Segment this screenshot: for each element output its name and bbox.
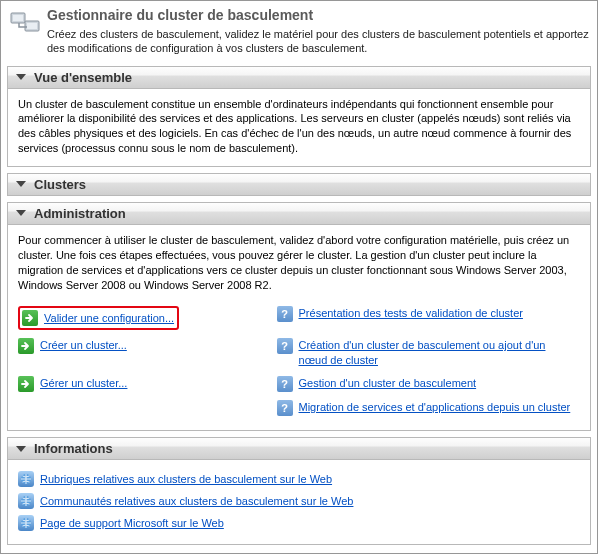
svg-rect-2 [13,15,23,21]
info-panel: Informations Rubriques relatives aux clu… [7,437,591,545]
web-communities-link[interactable]: Communautés relatives aux clusters de ba… [40,494,353,509]
list-item: Page de support Microsoft sur le Web [18,512,580,534]
overview-text: Un cluster de basculement constitue un e… [18,98,571,155]
globe-icon [18,493,34,509]
validate-config-link[interactable]: Valider une configuration... [44,311,174,326]
ms-support-link[interactable]: Page de support Microsoft sur le Web [40,516,224,531]
arrow-icon [22,310,38,326]
overview-panel: Vue d'ensemble Un cluster de basculement… [7,66,591,167]
validate-config-highlight: Valider une configuration... [18,306,179,330]
arrow-icon [18,376,34,392]
help-icon: ? [277,376,293,392]
info-body: Rubriques relatives aux clusters de basc… [8,460,590,544]
chevron-down-icon [16,181,26,187]
chevron-down-icon [16,446,26,452]
chevron-down-icon [16,210,26,216]
overview-panel-header[interactable]: Vue d'ensemble [8,67,590,89]
help-icon: ? [277,338,293,354]
window-root: Gestionnaire du cluster de basculement C… [0,0,598,554]
overview-body: Un cluster de basculement constitue un e… [8,89,590,166]
admin-panel: Administration Pour commencer à utiliser… [7,202,591,431]
web-topics-link[interactable]: Rubriques relatives aux clusters de basc… [40,472,332,487]
info-panel-header[interactable]: Informations [8,438,590,460]
info-heading: Informations [34,441,113,456]
manage-cluster-link[interactable]: Gérer un cluster... [40,376,127,391]
manage-cluster-help-link[interactable]: Gestion d'un cluster de basculement [299,376,477,391]
admin-intro: Pour commencer à utiliser le cluster de … [18,233,580,292]
help-icon: ? [277,306,293,322]
list-item: Rubriques relatives aux clusters de basc… [18,468,580,490]
chevron-down-icon [16,74,26,80]
header-area: Gestionnaire du cluster de basculement C… [1,1,597,62]
admin-body: Pour commencer à utiliser le cluster de … [8,225,590,430]
admin-panel-header[interactable]: Administration [8,203,590,225]
globe-icon [18,515,34,531]
clusters-panel-header[interactable]: Clusters [8,174,590,195]
clusters-panel: Clusters [7,173,591,196]
validation-tests-help-link[interactable]: Présentation des tests de validation de … [299,306,523,321]
cluster-manager-icon [9,7,41,39]
create-cluster-help-link[interactable]: Création d'un cluster de basculement ou … [299,338,576,368]
list-item: Communautés relatives aux clusters de ba… [18,490,580,512]
info-links-list: Rubriques relatives aux clusters de basc… [18,468,580,534]
admin-links-table: Valider une configuration... ? Présentat… [18,302,580,420]
clusters-heading: Clusters [34,177,86,192]
page-subtitle: Créez des clusters de basculement, valid… [47,27,589,56]
arrow-icon [18,338,34,354]
create-cluster-link[interactable]: Créer un cluster... [40,338,127,353]
help-icon: ? [277,400,293,416]
migration-help-link[interactable]: Migration de services et d'applications … [299,400,571,415]
overview-heading: Vue d'ensemble [34,70,132,85]
globe-icon [18,471,34,487]
svg-rect-3 [27,23,37,29]
page-title: Gestionnaire du cluster de basculement [47,7,589,23]
admin-heading: Administration [34,206,126,221]
